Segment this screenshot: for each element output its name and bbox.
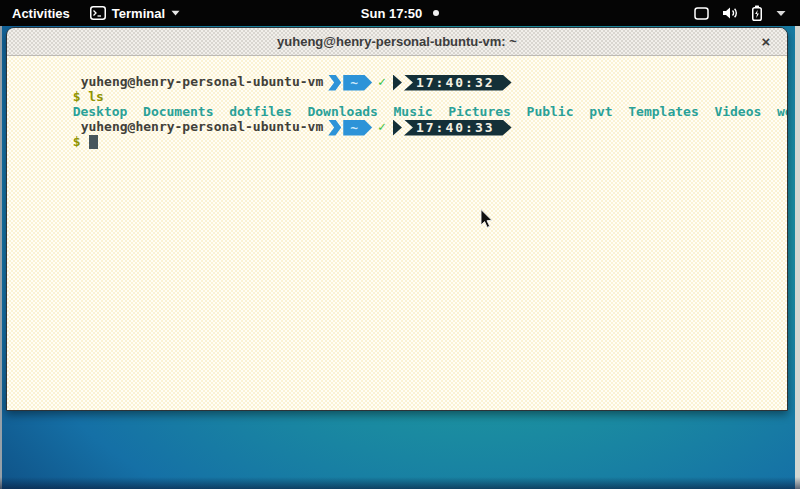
directory-entry: Downloads [307, 104, 377, 119]
directory-entry: Pictures [448, 104, 511, 119]
chevron-down-icon [171, 10, 180, 16]
directory-entry: Videos [714, 104, 761, 119]
directory-entry: Desktop [73, 104, 128, 119]
prompt-user-host: yuheng@henry-personal-ubuntu-vm [81, 119, 324, 134]
directory-entry: Templates [628, 104, 698, 119]
directory-entry: Documents [143, 104, 213, 119]
terminal-app-icon [90, 6, 106, 20]
directory-entry: Public [527, 104, 574, 119]
battery-charging-icon [751, 5, 763, 21]
activities-label: Activities [12, 6, 70, 21]
directory-entry: pvt [589, 104, 612, 119]
app-menu-button[interactable]: Terminal [90, 0, 180, 26]
window-title: yuheng@henry-personal-ubuntu-vm: ~ [277, 34, 517, 49]
powerline-arrow-icon [393, 75, 402, 91]
prompt-symbol: $ [73, 134, 81, 149]
screen-edge-left [0, 26, 2, 489]
status-check-icon: ✓ [378, 119, 386, 134]
screen-edge-right [795, 26, 800, 489]
powerline-arrow-icon [393, 120, 402, 136]
volume-icon [722, 6, 738, 20]
system-status-area[interactable] [688, 0, 792, 26]
text-cursor [89, 135, 98, 149]
status-check-icon: ✓ [378, 74, 386, 89]
prompt-path-segment: ~ [343, 75, 372, 91]
typed-command: ls [88, 89, 104, 104]
terminal-content[interactable]: yuheng@henry-personal-ubuntu-vm~✓17:40:3… [7, 56, 787, 410]
chevron-down-icon [776, 10, 786, 17]
powerline-chevron-icon [328, 75, 341, 91]
directory-entry: dotfiles [229, 104, 292, 119]
ls-output-line: DesktopDocumentsdotfilesDownloadsMusicPi… [10, 89, 787, 104]
display-icon [694, 7, 709, 20]
notification-dot-icon [433, 10, 439, 16]
activities-button[interactable]: Activities [12, 0, 70, 26]
clock-label: Sun 17:50 [361, 6, 422, 21]
powerline-chevron-icon [328, 120, 341, 136]
prompt-path-segment: ~ [343, 120, 372, 136]
prompt-time-segment: 17:40:32 [404, 75, 512, 91]
directory-entry: Music [394, 104, 433, 119]
app-menu-label: Terminal [112, 6, 165, 21]
top-bar: Activities Terminal Sun 17:50 [0, 0, 800, 26]
prompt-line: yuheng@henry-personal-ubuntu-vm~✓17:40:3… [10, 59, 787, 74]
terminal-window: yuheng@henry-personal-ubuntu-vm: ~ × yuh… [6, 27, 788, 411]
desktop-bottom-shade [0, 477, 800, 489]
prompt-user-host: yuheng@henry-personal-ubuntu-vm [81, 74, 324, 89]
directory-entry: workspace [777, 104, 788, 119]
prompt-time-segment: 17:40:33 [404, 120, 512, 136]
desktop: Activities Terminal Sun 17:50 [0, 0, 800, 489]
title-bar[interactable]: yuheng@henry-personal-ubuntu-vm: ~ × [7, 28, 787, 56]
close-button[interactable]: × [755, 31, 777, 53]
prompt-symbol: $ [73, 89, 81, 104]
clock-button[interactable]: Sun 17:50 [361, 0, 439, 26]
